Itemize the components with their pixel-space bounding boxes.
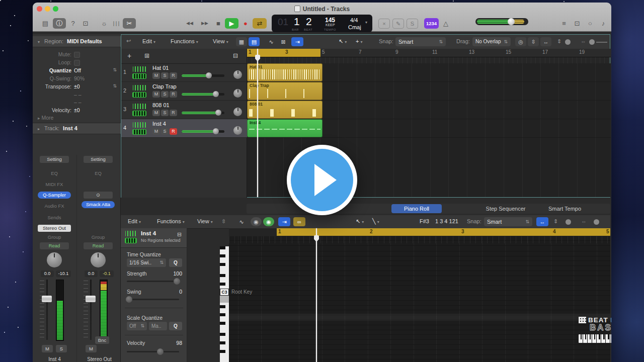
- scale-apply-button[interactable]: Q: [169, 322, 182, 330]
- track-row-selected[interactable]: 4 Inst 4 M S R: [121, 119, 247, 138]
- midi-region-selected[interactable]: Inst 4: [247, 119, 323, 137]
- strip-midifx-slot[interactable]: MIDI FX: [40, 181, 69, 188]
- mute-button[interactable]: M: [152, 128, 160, 135]
- piano-keys[interactable]: [220, 246, 229, 362]
- quantize-value[interactable]: Off: [74, 67, 81, 73]
- lcd-chevron-icon[interactable]: ▾: [365, 20, 367, 25]
- strength-slider[interactable]: [127, 281, 179, 282]
- vzoom-icon[interactable]: ⇕: [553, 218, 558, 225]
- library-button[interactable]: ▤: [39, 18, 51, 29]
- root-key-c3[interactable]: C3: [220, 289, 229, 296]
- inspector-button[interactable]: ⓘ: [53, 18, 66, 29]
- track-volume-slider[interactable]: [182, 130, 224, 133]
- midi-region[interactable]: Hat 01: [247, 63, 323, 81]
- strip-solo-button[interactable]: S: [56, 345, 67, 352]
- low-latency-button[interactable]: ✎: [392, 19, 404, 29]
- track-volume-slider[interactable]: [182, 74, 224, 77]
- vertical-autozoom-button[interactable]: ⇳: [528, 37, 539, 46]
- hzoom-icon[interactable]: ⇔: [581, 38, 586, 44]
- collapse-icon[interactable]: ⇳: [221, 218, 226, 225]
- dimmer-button[interactable]: ☼: [99, 18, 110, 29]
- link-button[interactable]: ∞: [293, 217, 305, 226]
- track-name[interactable]: 808 01: [152, 102, 170, 108]
- pan-knob[interactable]: [233, 108, 242, 116]
- transpose-value[interactable]: ±0: [74, 83, 80, 89]
- snap-dropdown[interactable]: Smart⇅: [395, 37, 446, 46]
- volume-knob[interactable]: [206, 72, 212, 78]
- split-button[interactable]: ✂: [123, 18, 136, 29]
- strip-group-slot[interactable]: Group: [40, 234, 69, 241]
- solo-button[interactable]: S: [161, 72, 169, 79]
- functions-menu[interactable]: Functions▾: [171, 38, 198, 44]
- toolbar-button[interactable]: ⊡: [79, 18, 92, 29]
- track-lane[interactable]: Clap Trap: [247, 82, 611, 101]
- tab-step-sequencer[interactable]: Step Sequencer: [478, 204, 533, 213]
- metronome-button[interactable]: △: [440, 18, 451, 29]
- count-in-button[interactable]: 1234: [424, 18, 439, 29]
- drag-dropdown[interactable]: No Overlap⇅: [472, 37, 511, 46]
- qswing-row[interactable]: Q-Swing:90%: [33, 75, 121, 83]
- track-volume-slider[interactable]: [182, 93, 224, 96]
- volume-value[interactable]: -10.1: [56, 270, 71, 277]
- swing-slider[interactable]: [127, 299, 179, 300]
- more-disclosure[interactable]: ▸ More: [38, 115, 126, 122]
- region-inspector-header[interactable]: ▾ Region: MIDI Defaults: [33, 36, 121, 47]
- pan-value[interactable]: 0.0: [85, 270, 98, 277]
- strip-setting-button[interactable]: Setting: [84, 156, 113, 163]
- volume-value[interactable]: -0.1: [100, 270, 114, 277]
- cycle-button[interactable]: ⇄: [253, 18, 267, 29]
- hzoom-slider-track[interactable]: [596, 42, 607, 43]
- catch-button[interactable]: ⇥: [278, 217, 290, 226]
- video-play-overlay[interactable]: [287, 145, 357, 215]
- tracks-view-button[interactable]: ▤: [249, 37, 260, 46]
- scale-mode-dropdown[interactable]: Ma..: [149, 322, 167, 330]
- hzoom-icon[interactable]: ⇔: [581, 218, 587, 224]
- midi-region[interactable]: Clap Trap: [247, 82, 323, 100]
- scale-root-dropdown[interactable]: Off⇅: [127, 322, 147, 330]
- track-name[interactable]: Clap Trap: [152, 83, 177, 89]
- autopunch-button[interactable]: ×: [378, 19, 390, 29]
- strip-plugin-slot[interactable]: Smack Atta: [82, 201, 115, 208]
- edit-menu[interactable]: Edit▾: [142, 38, 155, 44]
- transpose-row[interactable]: Transpose: ±0 ⇅: [33, 83, 121, 91]
- record-enable-button[interactable]: R: [170, 110, 177, 116]
- midi-region[interactable]: 808 01: [247, 101, 323, 119]
- pan-knob[interactable]: [233, 89, 242, 98]
- volume-knob[interactable]: [213, 91, 219, 97]
- cycle-region[interactable]: [277, 228, 610, 236]
- solo-button[interactable]: S: [161, 91, 169, 98]
- fader-track[interactable]: [90, 280, 92, 340]
- playhead[interactable]: [316, 228, 317, 362]
- pan-knob[interactable]: [233, 70, 242, 79]
- strip-automation-button[interactable]: Read: [40, 242, 69, 249]
- automation-button[interactable]: ∿: [266, 37, 277, 46]
- mixer-button[interactable]: ∣∣∣: [111, 18, 122, 29]
- rewind-button[interactable]: ◀◀: [184, 18, 196, 29]
- duplicate-track-button[interactable]: ⊞: [144, 52, 149, 59]
- pan-knob[interactable]: [91, 252, 106, 267]
- catch-button[interactable]: ⇥: [291, 37, 303, 46]
- solo-button[interactable]: S: [161, 110, 169, 116]
- view-menu[interactable]: View▾: [213, 38, 228, 44]
- list-editors-button[interactable]: ≡: [558, 18, 570, 29]
- strip-stereo-slot[interactable]: ⊙: [84, 192, 113, 199]
- hzoom-slider-knob[interactable]: [594, 219, 599, 225]
- strip-audiofx-slot[interactable]: Audio FX: [40, 203, 69, 210]
- track-lane[interactable]: Hat 01: [247, 63, 611, 82]
- slider-knob[interactable]: [174, 278, 180, 285]
- marquee-button[interactable]: ⊠: [278, 37, 289, 46]
- pointer-tool[interactable]: ↖▾: [356, 218, 364, 225]
- selected-key[interactable]: [220, 296, 229, 303]
- forward-button[interactable]: ▶▶: [199, 18, 211, 29]
- solo-button[interactable]: S: [161, 128, 169, 135]
- add-track-button[interactable]: +: [127, 52, 131, 60]
- pan-knob[interactable]: [47, 252, 62, 267]
- loop-browser-button[interactable]: ○: [585, 18, 596, 29]
- quick-help-button[interactable]: ?: [67, 18, 78, 29]
- strip-group-slot[interactable]: Group: [84, 234, 113, 241]
- loop-checkbox[interactable]: [74, 60, 80, 66]
- fader-cap[interactable]: [42, 296, 52, 302]
- velocity-slider[interactable]: [127, 351, 179, 352]
- volume-knob[interactable]: [213, 128, 219, 134]
- track-row[interactable]: 2 Clap Trap M S R: [121, 82, 247, 101]
